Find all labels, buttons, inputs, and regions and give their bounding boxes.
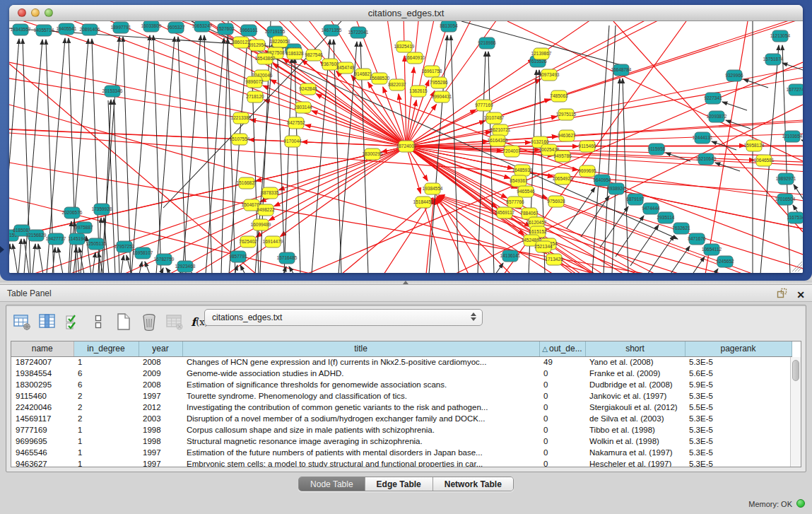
- graph-node[interactable]: 7204007: [502, 146, 521, 157]
- graph-node[interactable]: 15166827: [237, 177, 257, 189]
- graph-node[interactable]: 10107487: [484, 112, 505, 124]
- graph-node[interactable]: 14671355: [322, 25, 342, 36]
- graph-node[interactable]: 15184451: [413, 197, 434, 208]
- row-height-button[interactable]: [88, 313, 107, 332]
- graph-node[interactable]: 8577766: [506, 197, 524, 208]
- graph-node[interactable]: 16210721: [490, 124, 511, 136]
- graph-node[interactable]: 16164363: [488, 135, 508, 146]
- delete-table-button[interactable]: [139, 313, 158, 332]
- table-row[interactable]: 1456911722003Disruption of a novel membe…: [11, 413, 792, 424]
- table-scrollbar-thumb[interactable]: [792, 360, 799, 381]
- graph-node[interactable]: 14569117: [495, 207, 515, 218]
- graph-node[interactable]: 15751874: [763, 54, 784, 65]
- graph-node[interactable]: 16033809: [141, 21, 162, 32]
- graph-node[interactable]: 9474444: [642, 203, 660, 214]
- graph-node[interactable]: 9218986: [478, 37, 496, 49]
- graph-node[interactable]: 12975115: [556, 109, 577, 120]
- graph-node[interactable]: 8860123: [232, 37, 250, 48]
- graph-node[interactable]: 8454749: [336, 62, 355, 74]
- graph-node[interactable]: 15716485: [277, 252, 298, 264]
- node-table-grid[interactable]: namein_degreeyeartitle△out_de...shortpag…: [11, 341, 792, 467]
- canvas-resize-grip[interactable]: [792, 262, 802, 271]
- graph-node[interactable]: 9227341: [704, 93, 722, 104]
- graph-node[interactable]: 1713426: [545, 254, 563, 265]
- graph-node[interactable]: 18226058: [270, 36, 290, 47]
- graph-node[interactable]: 19904431: [432, 91, 452, 103]
- graph-node[interactable]: 9245652: [716, 256, 734, 267]
- graph-node[interactable]: 1167534: [787, 212, 803, 223]
- table-row[interactable]: 969969511998Structural magnetic resonanc…: [11, 436, 792, 447]
- graph-node[interactable]: 16543862: [255, 53, 276, 64]
- graph-node[interactable]: 17016504: [775, 194, 796, 205]
- graph-node[interactable]: 6879197: [626, 194, 645, 205]
- selection-mode-button[interactable]: [63, 313, 82, 332]
- network-canvas[interactable]: 1934355714055714194055412089140618997791…: [9, 21, 803, 273]
- graph-node[interactable]: 9857791: [229, 251, 247, 262]
- graph-node[interactable]: 18325419: [394, 41, 415, 52]
- graph-node[interactable]: 15688520: [370, 73, 390, 84]
- graph-node[interactable]: 15107554: [230, 134, 250, 145]
- graph-node[interactable]: 10646581: [754, 155, 775, 166]
- graph-node[interactable]: 12139867: [531, 48, 552, 59]
- graph-node[interactable]: 18300295: [363, 148, 383, 160]
- graph-node[interactable]: 1527602: [216, 23, 235, 35]
- graph-node[interactable]: 19892971: [776, 173, 796, 185]
- table-row[interactable]: 977716911998Corpus callosum shape and si…: [11, 424, 792, 436]
- graph-node[interactable]: 16648784: [611, 64, 632, 76]
- graph-node[interactable]: 8186328: [286, 48, 304, 59]
- zoom-button[interactable]: [45, 8, 53, 17]
- graph-node[interactable]: 18997791: [111, 22, 131, 33]
- graph-node[interactable]: 12444131: [693, 132, 713, 144]
- graph-node[interactable]: 9463627: [558, 130, 576, 141]
- table-row[interactable]: 1872400712008Changes of HCN gene express…: [11, 356, 792, 368]
- table-scrollbar[interactable]: [790, 357, 801, 467]
- graph-node[interactable]: 19427737: [46, 233, 66, 245]
- graph-node[interactable]: 9465546: [517, 186, 535, 197]
- table-row[interactable]: 946362711997Embryonic stem cells: a mode…: [11, 458, 792, 467]
- graph-node[interactable]: 17957253: [114, 241, 135, 252]
- graph-node[interactable]: 16485939: [512, 165, 533, 176]
- column-header-in_degree[interactable]: in_degree: [73, 341, 139, 356]
- graph-node[interactable]: 16782759: [154, 254, 175, 265]
- graph-node[interactable]: 12093872: [707, 111, 727, 122]
- graph-node[interactable]: 9699695: [578, 165, 596, 177]
- graph-node[interactable]: 12156829: [26, 230, 47, 241]
- graph-node[interactable]: 1362615: [409, 86, 428, 97]
- graph-node[interactable]: 11213054: [770, 30, 791, 42]
- graph-node[interactable]: 2718120: [246, 91, 264, 103]
- column-header-pagerank[interactable]: pagerank: [685, 341, 792, 356]
- graph-node[interactable]: 12213383: [231, 112, 252, 124]
- column-header-title[interactable]: title: [182, 341, 539, 356]
- graph-node[interactable]: 16961758: [422, 66, 442, 77]
- graph-node[interactable]: 9640954: [593, 175, 611, 186]
- graph-node[interactable]: 8912954: [248, 40, 266, 51]
- table-row[interactable]: 911546021997Tourette syndrome. Phenomeno…: [11, 390, 792, 402]
- tab-node-table[interactable]: Node Table: [299, 477, 365, 491]
- column-header-name[interactable]: name: [11, 341, 73, 356]
- table-mode-button[interactable]: [12, 313, 31, 332]
- float-window-icon[interactable]: [777, 288, 787, 301]
- graph-node[interactable]: 10654112: [702, 244, 722, 255]
- graph-node[interactable]: 8878335: [261, 187, 279, 199]
- close-panel-icon[interactable]: ✕: [796, 290, 805, 300]
- graph-node[interactable]: 9896072: [245, 76, 264, 88]
- graph-node[interactable]: 2521344: [534, 241, 553, 252]
- graph-node[interactable]: 16772747: [787, 84, 803, 95]
- network-graph[interactable]: 1934355714055714194055412089140618997791…: [9, 21, 803, 273]
- graph-node[interactable]: 16640910: [405, 52, 425, 64]
- close-button[interactable]: [18, 8, 26, 17]
- tab-network-table[interactable]: Network Table: [433, 477, 513, 491]
- graph-node[interactable]: 8938924: [607, 183, 625, 194]
- graph-node[interactable]: 10973493: [539, 69, 560, 81]
- graph-node[interactable]: 7625402: [239, 236, 257, 247]
- graph-node[interactable]: 9170044: [283, 136, 302, 147]
- graph-node[interactable]: 20891406: [80, 24, 100, 35]
- minimize-button[interactable]: [31, 8, 40, 17]
- graph-node[interactable]: 15722041: [348, 27, 369, 38]
- graph-node[interactable]: 9495786: [553, 151, 572, 162]
- splitter-grip-icon[interactable]: [403, 281, 408, 284]
- column-visibility-button[interactable]: [37, 313, 57, 332]
- graph-node[interactable]: 9605327: [167, 22, 185, 33]
- graph-node[interactable]: 19343557: [11, 24, 31, 35]
- graph-node[interactable]: 20206576: [62, 207, 83, 218]
